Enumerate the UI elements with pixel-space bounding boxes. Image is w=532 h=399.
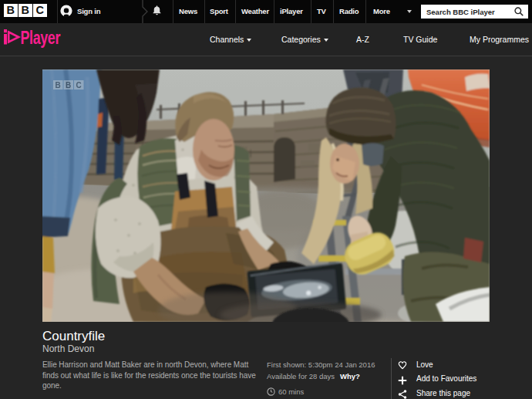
svg-text:B: B xyxy=(56,81,61,90)
svg-text:C: C xyxy=(76,81,82,90)
svg-text:B: B xyxy=(66,81,71,90)
svg-text:Player: Player xyxy=(21,27,61,48)
